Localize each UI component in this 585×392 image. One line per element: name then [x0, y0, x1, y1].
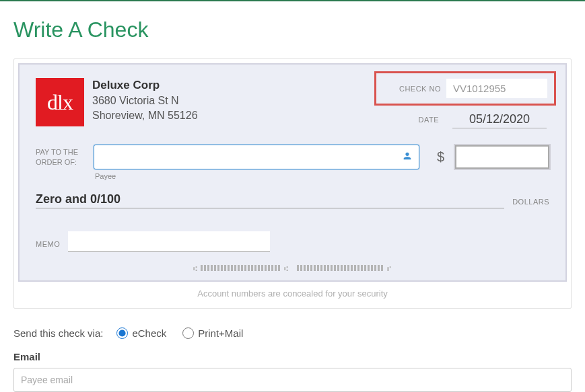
concealed-note: Account numbers are concealed for your s…	[18, 288, 567, 299]
email-input[interactable]	[13, 368, 572, 392]
check-container: dlx Deluxe Corp 3680 Victoria St N Shore…	[13, 58, 572, 309]
radio-printmail-label: Print+Mail	[198, 327, 243, 339]
dollar-sign: $	[437, 149, 444, 165]
payer-address-1: 3680 Victoria St N	[92, 93, 198, 108]
payee-input[interactable]	[94, 145, 419, 169]
date-value: 05/12/2020	[452, 111, 547, 128]
radio-printmail-input[interactable]	[182, 327, 194, 339]
payer-name: Deluxe Corp	[92, 78, 198, 93]
dollars-label: DOLLARS	[512, 198, 549, 208]
memo-input[interactable]	[68, 231, 270, 252]
payer-info: Deluxe Corp 3680 Victoria St N Shoreview…	[92, 78, 198, 126]
amount-words: Zero and 0/100	[36, 192, 504, 208]
payer-address-2: Shoreview, MN 55126	[92, 108, 198, 123]
check-number-highlight: CHECK NO	[374, 71, 556, 106]
email-label: Email	[13, 351, 572, 362]
amount-input[interactable]	[455, 145, 549, 169]
micr-line: ⑆ ⑆ ⑈	[36, 262, 549, 274]
page-title: Write A Check	[13, 17, 572, 42]
payee-sublabel: Payee	[95, 172, 549, 180]
radio-echeck-label: eCheck	[132, 327, 166, 339]
payer-block: dlx Deluxe Corp 3680 Victoria St N Shore…	[36, 78, 198, 126]
payer-logo: dlx	[36, 78, 84, 126]
person-icon[interactable]	[402, 151, 413, 164]
pay-to-order-label: PAY TO THE ORDER OF:	[36, 147, 83, 167]
check-number-input[interactable]	[446, 79, 547, 98]
check-body: dlx Deluxe Corp 3680 Victoria St N Shore…	[18, 63, 567, 282]
send-via-label: Send this check via:	[13, 327, 103, 339]
memo-label: MEMO	[36, 240, 60, 252]
radio-echeck[interactable]: eCheck	[116, 327, 166, 339]
date-label: DATE	[418, 116, 439, 124]
send-via-group: eCheck Print+Mail	[116, 327, 243, 339]
radio-echeck-input[interactable]	[116, 327, 128, 339]
check-number-label: CHECK NO	[399, 85, 441, 93]
radio-printmail[interactable]: Print+Mail	[182, 327, 243, 339]
